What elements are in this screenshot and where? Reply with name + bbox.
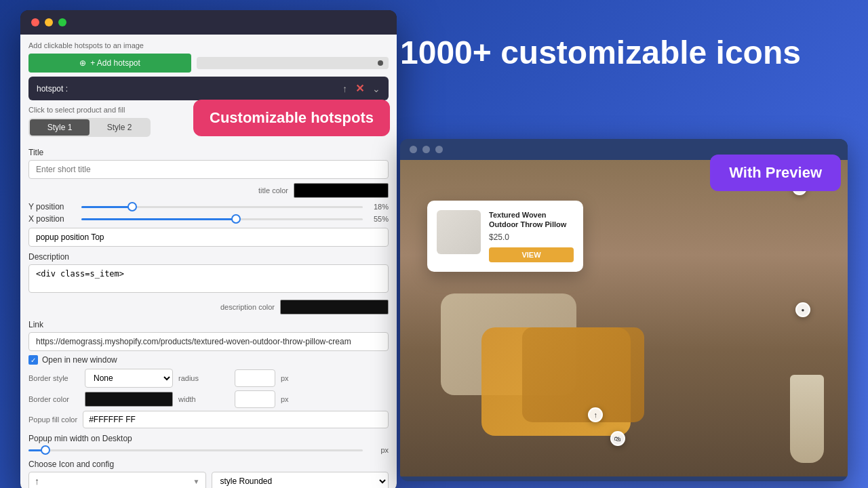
add-hotspot-button[interactable]: ⊕ + Add hotspot	[28, 54, 191, 73]
link-label: Link	[28, 320, 389, 329]
open-new-window-row: ✓ Open in new window	[28, 355, 389, 365]
bedroom-background: Textured Woven Outdoor Throw Pillow $25.…	[400, 160, 848, 476]
x-position-slider[interactable]	[81, 218, 363, 220]
cart-icon: 🛍	[614, 435, 621, 443]
border-color-label: Border color	[28, 395, 79, 403]
radius-input[interactable]	[235, 369, 275, 387]
titlebar	[20, 10, 397, 35]
description-label: Description	[28, 252, 389, 262]
preview-btn-2	[422, 146, 430, 153]
desktop-slider[interactable]	[28, 449, 363, 451]
description-color-swatch[interactable]	[280, 300, 389, 314]
border-color-swatch[interactable]	[85, 392, 173, 407]
border-style-select[interactable]: None Solid Dashed	[85, 369, 173, 388]
vase-area	[787, 341, 827, 463]
right-panel: 1000+ customizable icons With Preview	[380, 0, 868, 488]
tab-style2[interactable]: Style 2	[90, 119, 149, 136]
hotspot-label: hotspot :	[37, 84, 342, 94]
form-section: Title title color Y position 18% X posit…	[20, 148, 397, 488]
dot-up-icon: ↑	[593, 411, 597, 419]
popup-fill-row: Popup fill color	[28, 411, 389, 428]
y-position-slider[interactable]	[81, 206, 363, 208]
dot-circle-icon: ●	[802, 307, 805, 313]
popup-position-row: popup position Top popup position Bottom	[28, 228, 389, 247]
close-button[interactable]	[31, 18, 39, 26]
add-hotspot-label: + Add hotspot	[90, 58, 140, 68]
desktop-slider-row: px	[28, 446, 389, 454]
editor-window: Add clickable hotspots to an image ⊕ + A…	[20, 10, 397, 488]
up-arrow-icon[interactable]: ↑	[342, 83, 347, 94]
customizable-hotspots-badge: Customizable hotspots	[193, 100, 390, 136]
icon-arrow-symbol: ↑	[35, 476, 39, 487]
title-input[interactable]	[28, 160, 389, 179]
width-unit: px	[281, 395, 289, 403]
hotspot-row[interactable]: hotspot : ↑ ✕ ⌄	[28, 77, 389, 100]
close-x-icon[interactable]: ✕	[355, 82, 364, 95]
title-color-label: title color	[258, 186, 288, 195]
product-price: $25.0	[489, 232, 574, 242]
icon-config-label: Choose Icon and config	[28, 460, 389, 469]
popup-fill-input[interactable]	[83, 411, 389, 428]
top-bar: Add clickable hotspots to an image ⊕ + A…	[20, 35, 397, 77]
x-position-label: X position	[28, 214, 76, 224]
link-input[interactable]	[28, 332, 389, 351]
preview-btn-3	[435, 146, 443, 153]
vase-body	[790, 375, 824, 463]
tab-style1[interactable]: Style 1	[30, 119, 90, 136]
title-label: Title	[28, 148, 389, 157]
popup-position-select[interactable]: popup position Top popup position Bottom	[28, 228, 389, 247]
plus-icon: ⊕	[79, 58, 86, 68]
border-style-row: Border style None Solid Dashed radius px	[28, 369, 389, 388]
maximize-button[interactable]	[58, 18, 66, 26]
product-image	[437, 210, 481, 254]
instruction-label: Add clickable hotspots to an image	[28, 41, 389, 49]
border-style-label: Border style	[28, 374, 79, 382]
minimize-button[interactable]	[45, 18, 53, 26]
progress-container: ⊕ + Add hotspot	[28, 54, 389, 73]
radius-unit: px	[281, 374, 289, 382]
icon-config-row: ↑ ▼ style Rounded style Square style Cir…	[28, 472, 389, 488]
y-position-row: Y position 18%	[28, 202, 389, 211]
preview-image-area: Textured Woven Outdoor Throw Pillow $25.…	[400, 160, 848, 476]
title-color-row: title color	[28, 183, 389, 198]
heading-area: 1000+ customizable icons	[400, 34, 848, 71]
open-new-window-label: Open in new window	[42, 355, 117, 365]
hotspot-dot-shop[interactable]: 🛍	[610, 431, 625, 446]
description-color-row: description color	[28, 300, 389, 314]
icon-style-select[interactable]: style Rounded style Square style Circle	[212, 472, 389, 488]
width-input[interactable]	[235, 390, 275, 408]
title-color-swatch[interactable]	[294, 183, 389, 198]
preview-btn-1	[410, 146, 417, 153]
pillow-knit	[522, 327, 644, 422]
progress-bar	[197, 57, 389, 69]
description-color-label: description color	[220, 303, 275, 311]
product-popup: Textured Woven Outdoor Throw Pillow $25.…	[427, 201, 583, 272]
width-label: width	[178, 395, 229, 403]
y-position-label: Y position	[28, 202, 76, 211]
view-button[interactable]: VIEW	[489, 247, 574, 262]
description-input[interactable]: <div class=s_item>	[28, 264, 389, 293]
product-info: Textured Woven Outdoor Throw Pillow $25.…	[489, 210, 574, 262]
with-preview-badge: With Preview	[710, 155, 841, 191]
product-name: Textured Woven Outdoor Throw Pillow	[489, 210, 574, 230]
main-heading: 1000+ customizable icons	[400, 34, 848, 71]
hotspot-dot-middle-right[interactable]: ●	[795, 302, 810, 317]
icon-select[interactable]: ↑ ▼	[28, 472, 206, 488]
style-tabs: Style 1 Style 2	[28, 118, 151, 137]
hotspot-icons: ↑ ✕ ⌄	[342, 82, 380, 95]
desktop-min-label: Popup min width on Desktop	[28, 434, 389, 443]
icon-chevron-icon: ▼	[193, 478, 200, 485]
radius-label: radius	[178, 374, 229, 382]
open-new-window-checkbox[interactable]: ✓	[28, 355, 38, 365]
x-position-row: X position 55%	[28, 214, 389, 224]
border-color-row: Border color width px	[28, 390, 389, 408]
popup-fill-label: Popup fill color	[28, 415, 77, 424]
